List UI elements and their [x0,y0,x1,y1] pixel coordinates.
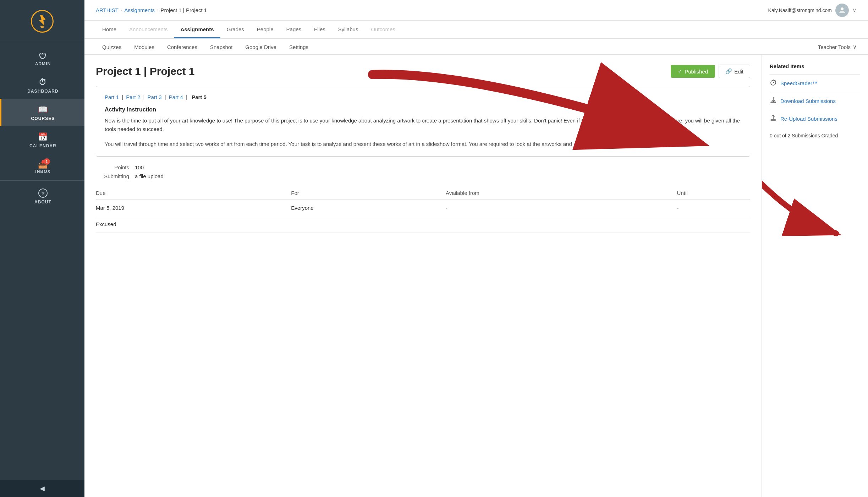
svg-line-7 [775,81,776,81]
download-submissions-link[interactable]: Download Submissions [770,92,860,110]
part-1-link[interactable]: Part 1 [105,94,119,100]
teacher-tools-chevron-icon: ∨ [853,44,857,50]
due-col-header: Due [96,186,291,200]
sidebar-item-courses[interactable]: 📖 COURSES [0,99,84,126]
due-table: Due For Available from Until Mar 5, 2019… [96,186,750,216]
activity-title: Activity Instruction [105,106,741,113]
tab-outcomes[interactable]: Outcomes [364,21,401,38]
excused-row: Excused [96,216,750,233]
breadcrumb-sep-2: › [157,7,158,13]
sidebar-item-inbox[interactable]: 📥 1 INBOX [0,153,84,179]
part-3-link[interactable]: Part 3 [148,94,162,100]
speedgrader-label: SpeedGrader™ [780,80,818,86]
user-menu[interactable]: Kaly.Nasiff@strongmind.com ∨ [768,4,857,17]
dashboard-icon: ⏱ [39,78,47,87]
svg-rect-11 [771,120,776,120]
tab-assignments[interactable]: Assignments [174,21,220,38]
assignment-actions: ✓ Published 🔗 Edit [671,65,750,78]
part-4-link[interactable]: Part 4 [169,94,183,100]
sidebar-item-calendar-label: CALENDAR [29,143,56,148]
sidebar-item-dashboard-label: DASHBOARD [27,89,59,94]
primary-nav-tabs: Home Announcements Assignments Grades Pe… [84,21,868,39]
activity-text-1: Now is the time to put all of your art k… [105,116,741,133]
shield-icon: 🛡 [39,52,47,61]
breadcrumb-sep-1: › [121,7,122,13]
check-icon: ✓ [678,68,682,75]
current-part: Part 5 [192,94,207,100]
points-row: Points 100 [96,164,750,170]
edit-icon: 🔗 [725,68,732,75]
topbar: ARTHIST › Assignments › Project 1 | Proj… [84,0,868,21]
submitting-value: a file upload [135,173,164,179]
breadcrumb-section[interactable]: Assignments [124,7,155,13]
sidebar-item-admin-label: ADMIN [35,61,51,66]
tab-settings[interactable]: Settings [283,39,315,54]
tab-grades[interactable]: Grades [220,21,251,38]
sidebar-item-dashboard[interactable]: ⏱ DASHBOARD [0,71,84,99]
download-submissions-label: Download Submissions [780,98,836,104]
app-logo [31,10,54,33]
until-col-header: Until [677,186,750,200]
submitting-row: Submitting a file upload [96,173,750,179]
edit-button[interactable]: 🔗 Edit [719,65,750,78]
teacher-tools-dropdown[interactable]: Teacher Tools ∨ [818,39,857,54]
sidebar-item-calendar[interactable]: 📅 CALENDAR [0,126,84,153]
tab-conferences[interactable]: Conferences [161,39,204,54]
sidebar-item-inbox-label: INBOX [35,169,50,174]
for-col-header: For [291,186,446,200]
until-cell: - [677,200,750,216]
part-2-link[interactable]: Part 2 [126,94,140,100]
collapse-icon: ◀ [40,485,45,492]
assignment-description-box: Part 1 | Part 2 | Part 3 | Part 4 | Part… [96,86,750,157]
assignment-header: Project 1 | Project 1 ✓ Published 🔗 Edit [96,65,750,78]
tab-modules[interactable]: Modules [128,39,161,54]
user-chevron-icon: ∨ [852,7,857,13]
assignment-title: Project 1 | Project 1 [96,65,195,77]
tab-snapshot[interactable]: Snapshot [204,39,239,54]
excused-label: Excused [96,221,116,227]
sidebar-item-admin[interactable]: 🛡 ADMIN [0,46,84,71]
inbox-badge: 1 [44,158,50,165]
sidebar-item-about[interactable]: ? ABOUT [0,182,84,209]
tab-home[interactable]: Home [96,21,123,38]
assignment-meta: Points 100 Submitting a file upload [96,164,750,179]
teacher-tools-label: Teacher Tools [818,44,851,50]
available-from-cell: - [446,200,677,216]
secondary-nav-tabs: Quizzes Modules Conferences Snapshot Goo… [84,39,868,55]
re-upload-submissions-link[interactable]: Re-Upload Submissions [770,110,860,127]
tab-pages[interactable]: Pages [280,21,308,38]
published-button[interactable]: ✓ Published [671,65,715,78]
svg-rect-1 [40,26,44,27]
tab-announcements[interactable]: Announcements [123,21,174,38]
tab-people[interactable]: People [251,21,280,38]
breadcrumb: ARTHIST › Assignments › Project 1 | Proj… [96,7,207,13]
edit-label: Edit [734,69,743,75]
sidebar: 🛡 ADMIN ⏱ DASHBOARD 📖 COURSES 📅 CALENDAR… [0,0,84,497]
re-upload-submissions-label: Re-Upload Submissions [780,116,837,122]
calendar-icon: 📅 [38,132,48,142]
assignment-content: Project 1 | Project 1 ✓ Published 🔗 Edit… [84,55,762,497]
submitting-label: Submitting [96,173,135,179]
svg-marker-0 [39,15,45,26]
content-area: Project 1 | Project 1 ✓ Published 🔗 Edit… [84,55,868,497]
table-row: Mar 5, 2019 Everyone - - [96,200,750,216]
breadcrumb-course[interactable]: ARTHIST [96,7,119,13]
available-from-col-header: Available from [446,186,677,200]
sidebar-collapse-button[interactable]: ◀ [0,480,84,497]
submissions-graded-text: 0 out of 2 Submissions Graded [770,129,860,138]
logo-area [0,0,84,42]
sidebar-item-about-label: ABOUT [34,200,51,204]
tab-files[interactable]: Files [308,21,332,38]
tab-google-drive[interactable]: Google Drive [239,39,283,54]
user-avatar [835,4,849,17]
tab-quizzes[interactable]: Quizzes [96,39,128,54]
courses-icon: 📖 [38,105,48,114]
points-value: 100 [135,164,144,170]
points-label: Points [96,164,135,170]
tab-syllabus[interactable]: Syllabus [332,21,365,38]
upload-icon [770,114,777,123]
speedgrader-link[interactable]: SpeedGrader™ [770,75,860,92]
related-items-title: Related Items [770,63,860,69]
fade-overlay [96,143,750,156]
svg-point-3 [841,7,844,10]
